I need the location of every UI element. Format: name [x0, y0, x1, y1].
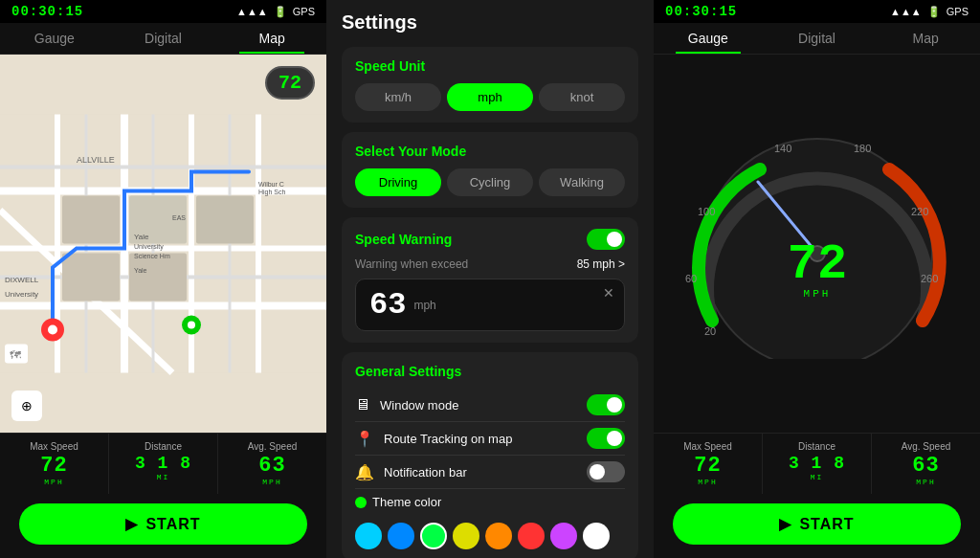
warning-toggle[interactable] — [587, 229, 625, 250]
speed-unit-mph[interactable]: mph — [447, 83, 533, 111]
svg-text:MPH: MPH — [803, 288, 831, 300]
popup-speed-value: 63 — [369, 287, 406, 323]
speed-unit-group: km/h mph knot — [355, 83, 625, 111]
speed-unit-section: Speed Unit km/h mph knot — [342, 47, 638, 123]
stat-avg-speed-1: Avg. Speed 63 MPH — [218, 434, 326, 494]
notification-toggle[interactable] — [587, 461, 625, 482]
svg-text:100: 100 — [698, 206, 715, 217]
gauge-container: 20 60 100 140 180 220 260 72 MPH — [654, 55, 980, 433]
signal-icon-1: ▲▲▲ — [236, 6, 268, 17]
tab-gauge-3[interactable]: Gauge — [654, 23, 763, 54]
status-right-1: ▲▲▲ 🔋 GPS — [236, 6, 315, 18]
stat-max-speed-1: Max Speed 72 MPH — [0, 434, 109, 494]
map-panel: 00:30:15 ▲▲▲ 🔋 GPS Gauge Digital Map — [0, 0, 326, 558]
color-blue[interactable] — [388, 523, 414, 549]
svg-text:260: 260 — [921, 273, 938, 284]
color-yellow[interactable] — [453, 523, 479, 549]
svg-text:140: 140 — [774, 143, 791, 154]
notification-icon: 🔔 — [355, 463, 374, 481]
map-container[interactable]: ALLVILLE Yale University Science Hm Yale… — [0, 55, 326, 433]
stat-unit-dist-1: MI — [115, 473, 212, 481]
stat-label-avg-1: Avg. Speed — [224, 441, 321, 452]
stat-value-avg-3: 63 — [878, 454, 974, 478]
svg-text:Wilbur C: Wilbur C — [258, 181, 284, 188]
start-button-3[interactable]: ▶ START — [673, 503, 961, 545]
stat-unit-dist-3: MI — [768, 473, 865, 481]
setting-window-mode: 🖥 Window mode — [355, 389, 625, 422]
stat-max-speed-3: Max Speed 72 MPH — [654, 434, 763, 494]
stat-distance-3: Distance 3 1 8 MI — [763, 434, 872, 494]
svg-text:EAS: EAS — [172, 214, 186, 221]
stat-distance-1: Distance 3 1 8 MI — [109, 434, 218, 494]
color-red[interactable] — [518, 523, 545, 549]
status-bar-3: 00:30:15 ▲▲▲ 🔋 GPS — [654, 0, 980, 23]
stat-unit-max-3: MPH — [659, 478, 756, 486]
theme-label: Theme color — [372, 495, 441, 509]
svg-rect-18 — [129, 254, 187, 301]
tab-map-1[interactable]: Map — [217, 23, 326, 54]
settings-panel: Settings Speed Unit km/h mph knot Select… — [326, 0, 654, 558]
route-tracking-icon: 📍 — [355, 430, 374, 448]
speed-bubble: 72 — [265, 66, 315, 100]
window-mode-toggle[interactable] — [587, 394, 625, 415]
color-orange[interactable] — [485, 523, 512, 549]
svg-text:Science Hm: Science Hm — [134, 253, 170, 259]
svg-text:Yale: Yale — [134, 267, 147, 274]
stat-value-dist-1: 3 1 8 — [115, 454, 212, 473]
mode-title: Select Your Mode — [355, 144, 625, 159]
setting-notification: 🔔 Notification bar — [355, 456, 625, 489]
route-tracking-toggle[interactable] — [587, 428, 625, 449]
map-svg: ALLVILLE Yale University Science Hm Yale… — [0, 55, 326, 433]
svg-rect-16 — [196, 196, 254, 244]
tab-gauge-1[interactable]: Gauge — [0, 23, 109, 54]
popup-close-button[interactable]: ✕ — [603, 285, 614, 301]
popup-speed-unit: mph — [413, 299, 435, 312]
status-bar-1: 00:30:15 ▲▲▲ 🔋 GPS — [0, 0, 326, 23]
stat-label-avg-3: Avg. Speed — [878, 441, 974, 452]
stat-unit-avg-3: MPH — [878, 478, 974, 486]
svg-text:20: 20 — [704, 325, 716, 337]
stat-unit-max-1: MPH — [6, 478, 102, 486]
warning-row: Warning when exceed 85 mph > — [355, 257, 625, 271]
route-tracking-label: Route Tracking on map — [384, 432, 512, 446]
mode-group: Driving Cycling Walking — [355, 168, 625, 196]
settings-content: Settings Speed Unit km/h mph knot Select… — [326, 0, 654, 558]
color-white[interactable] — [583, 523, 610, 549]
mode-walking[interactable]: Walking — [539, 168, 625, 196]
tab-bar-1: Gauge Digital Map — [0, 23, 326, 55]
color-purple[interactable] — [550, 523, 577, 549]
theme-dot — [355, 497, 367, 508]
gps-label-3: GPS — [947, 6, 969, 17]
mode-driving[interactable]: Driving — [355, 168, 441, 196]
speed-unit-title: Speed Unit — [355, 58, 625, 74]
status-right-3: ▲▲▲ 🔋 GPS — [890, 6, 969, 18]
speed-unit-knot[interactable]: knot — [539, 83, 625, 111]
tab-map-3[interactable]: Map — [871, 23, 980, 54]
map-background: ALLVILLE Yale University Science Hm Yale… — [0, 55, 326, 433]
battery-icon-3: 🔋 — [927, 6, 941, 18]
start-button-1[interactable]: ▶ START — [19, 503, 307, 545]
svg-text:72: 72 — [787, 236, 846, 293]
start-container-3: ▶ START — [654, 494, 980, 558]
gauge-panel: 00:30:15 ▲▲▲ 🔋 GPS Gauge Digital Map 20 — [654, 0, 980, 558]
signal-icon-3: ▲▲▲ — [890, 6, 922, 17]
svg-text:60: 60 — [685, 273, 697, 284]
color-swatches — [355, 523, 625, 549]
tab-digital-1[interactable]: Digital — [109, 23, 218, 54]
svg-text:🗺: 🗺 — [10, 348, 21, 362]
stat-label-max-3: Max Speed — [659, 441, 756, 452]
location-button[interactable]: ⊕ — [11, 391, 42, 421]
stat-label-max-1: Max Speed — [6, 441, 102, 452]
color-cyan[interactable] — [355, 523, 382, 549]
start-container-1: ▶ START — [0, 494, 326, 558]
svg-text:180: 180 — [854, 143, 871, 154]
tab-digital-3[interactable]: Digital — [763, 23, 872, 54]
svg-text:High Sch: High Sch — [258, 189, 286, 196]
stat-value-max-1: 72 — [6, 454, 102, 478]
stat-value-dist-3: 3 1 8 — [768, 454, 865, 473]
tab-bar-3: Gauge Digital Map — [654, 23, 980, 55]
speed-unit-kmh[interactable]: km/h — [355, 83, 441, 111]
mode-cycling[interactable]: Cycling — [447, 168, 533, 196]
color-green[interactable] — [420, 523, 447, 549]
setting-route-tracking: 📍 Route Tracking on map — [355, 422, 625, 456]
